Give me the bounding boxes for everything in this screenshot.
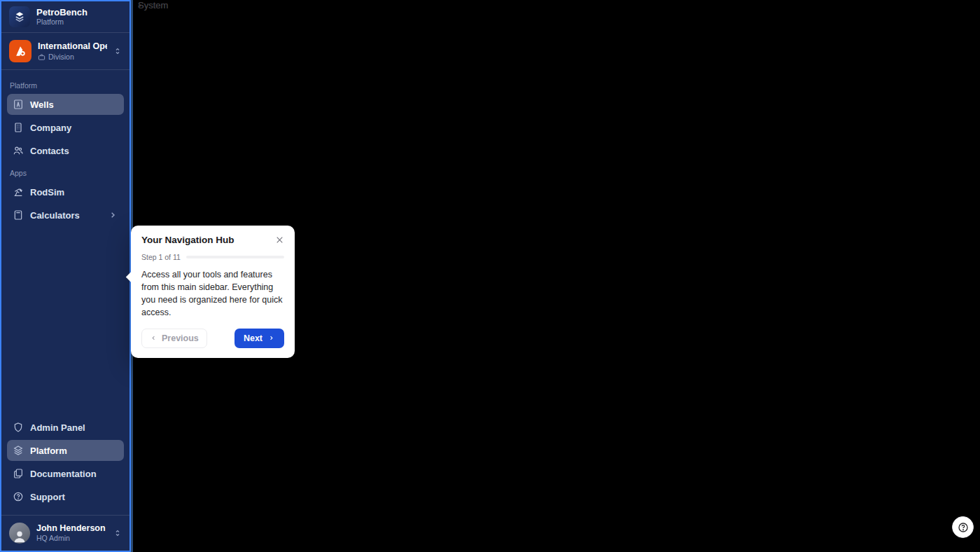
user-role: HQ Admin <box>36 534 106 543</box>
sidebar-item-contacts[interactable]: Contacts <box>7 140 124 161</box>
sidebar-bottom-nav: Admin PanelPlatformDocumentationSupport <box>1 411 130 515</box>
sidebar-nav: PlatformWellsCompanyContactsAppsRodSimCa… <box>1 70 130 411</box>
sidebar-item-label: Documentation <box>30 469 97 479</box>
shield-icon <box>13 422 24 433</box>
petrobench-logo-icon <box>9 6 30 27</box>
help-button[interactable] <box>952 516 974 538</box>
sidebar-item-label: Admin Panel <box>30 422 85 433</box>
avatar <box>9 523 30 544</box>
sidebar-item-platform[interactable]: Platform <box>7 440 124 461</box>
sidebar-item-rodsim[interactable]: RodSim <box>7 181 124 202</box>
chevrons-up-down-icon <box>113 529 122 537</box>
tour-step-label: Step 1 of 11 <box>141 253 181 261</box>
tour-body-text: Access all your tools and features from … <box>141 268 284 319</box>
sidebar-section-label: Apps <box>7 163 124 181</box>
chevrons-up-down-icon <box>113 47 122 55</box>
help-icon <box>13 491 24 502</box>
tour-previous-button[interactable]: Previous <box>141 329 207 348</box>
sidebar: PetroBench Platform International Operat… <box>0 0 131 552</box>
org-type: Division <box>48 53 74 61</box>
tour-progress-track <box>186 256 284 258</box>
close-icon[interactable] <box>275 235 284 244</box>
pumpjack-icon <box>13 186 24 198</box>
sidebar-item-support[interactable]: Support <box>7 486 124 507</box>
chevron-left-icon <box>150 334 158 342</box>
tour-popover: Your Navigation Hub Step 1 of 11 Access … <box>131 226 295 358</box>
user-menu[interactable]: John Henderson HQ Admin <box>1 515 130 551</box>
sidebar-item-label: Company <box>30 123 71 133</box>
org-switcher[interactable]: International Operatio Division <box>1 33 130 70</box>
building-icon <box>13 122 24 133</box>
sidebar-item-label: Support <box>30 492 65 502</box>
docs-icon <box>13 468 24 479</box>
org-logo-icon <box>9 40 31 62</box>
sidebar-item-wells[interactable]: Wells <box>7 94 124 115</box>
sidebar-item-label: Wells <box>30 99 54 110</box>
sidebar-item-label: Platform <box>30 446 67 456</box>
layers-icon <box>13 445 24 456</box>
brand-subtitle: Platform <box>36 18 88 26</box>
brand-header[interactable]: PetroBench Platform <box>1 1 130 33</box>
user-name: John Henderson <box>36 523 106 534</box>
chevron-right-icon <box>267 334 275 342</box>
derrick-icon <box>13 99 24 110</box>
tour-title: Your Navigation Hub <box>141 235 234 245</box>
sidebar-section-label: Platform <box>7 76 124 94</box>
sidebar-item-admin-panel[interactable]: Admin Panel <box>7 417 124 438</box>
sidebar-item-documentation[interactable]: Documentation <box>7 463 124 484</box>
org-name: International Operatio <box>38 41 107 51</box>
sidebar-item-label: RodSim <box>30 187 64 198</box>
users-icon <box>13 145 24 156</box>
sidebar-item-label: Calculators <box>30 210 80 221</box>
calculator-icon <box>13 209 24 221</box>
sidebar-item-company[interactable]: Company <box>7 117 124 138</box>
chevron-right-icon <box>107 209 118 221</box>
brand-name: PetroBench <box>36 8 88 18</box>
briefcase-icon <box>38 53 46 61</box>
tour-next-button[interactable]: Next <box>234 329 284 348</box>
sidebar-item-label: Contacts <box>30 146 69 156</box>
sidebar-item-calculators[interactable]: Calculators <box>7 205 124 226</box>
